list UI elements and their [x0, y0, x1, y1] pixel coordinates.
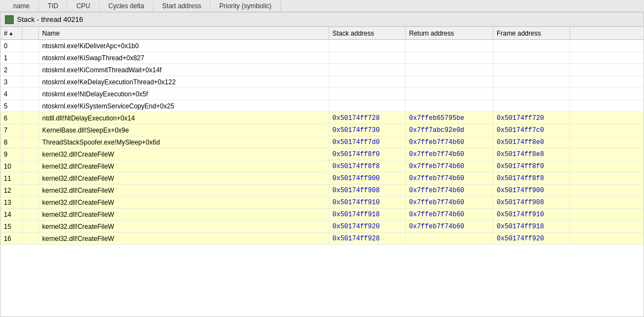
cell-flag [22, 160, 39, 172]
cell-num: 12 [1, 185, 22, 196]
cell-name: kernel32.dll!CreateFileW [39, 197, 329, 208]
cell-return-addr [406, 40, 493, 51]
cell-num: 10 [1, 160, 22, 172]
cell-return-addr: 0x7ffeb7f74b60 [406, 185, 493, 196]
cell-name: ntoskrnl.exe!NtDelayExecution+0x5f [39, 88, 329, 100]
cell-stack-addr: 0x50174ff918 [329, 209, 406, 220]
cell-num: 1 [1, 52, 22, 64]
cell-num: 9 [1, 148, 22, 160]
tab-name[interactable]: name [4, 1, 39, 11]
cell-stack-addr [329, 64, 406, 76]
cell-flag [22, 88, 39, 100]
cell-frame-addr: 0x50174ff7c0 [493, 124, 570, 136]
table-row[interactable]: 1ntoskrnl.exe!KiSwapThread+0x827 [1, 52, 643, 64]
table-row[interactable]: 14kernel32.dll!CreateFileW0x50174ff9180x… [1, 209, 643, 221]
table-row[interactable]: 7KernelBase.dll!SleepEx+0x9e0x50174ff730… [1, 124, 643, 136]
table-row[interactable]: 6ntdll.dll!NtDelayExecution+0x140x50174f… [1, 112, 643, 124]
col-header-num[interactable]: # ▲ [1, 27, 22, 39]
cell-stack-addr: 0x50174ff8f8 [329, 160, 406, 172]
cell-num: 13 [1, 197, 22, 208]
cell-flag [22, 112, 39, 124]
cell-flag [22, 172, 39, 184]
cell-flag [22, 64, 39, 76]
tab-cycles-delta[interactable]: Cycles delta [100, 1, 153, 11]
cell-num: 16 [1, 233, 22, 244]
table-row[interactable]: 10kernel32.dll!CreateFileW0x50174ff8f80x… [1, 160, 643, 172]
col-header-return-addr[interactable]: Return address [406, 27, 493, 39]
table-row[interactable]: 13kernel32.dll!CreateFileW0x50174ff9100x… [1, 197, 643, 209]
cell-return-addr [406, 52, 493, 64]
cell-return-addr [406, 64, 493, 76]
table-row[interactable]: 16kernel32.dll!CreateFileW0x50174ff9280x… [1, 233, 643, 245]
cell-num: 15 [1, 221, 22, 232]
tab-priority[interactable]: Priority (symbolic) [210, 1, 280, 11]
table-row[interactable]: 15kernel32.dll!CreateFileW0x50174ff9200x… [1, 221, 643, 233]
cell-frame-addr: 0x50174ff8e8 [493, 148, 570, 160]
table-row[interactable]: 9kernel32.dll!CreateFileW0x50174ff8f00x7… [1, 148, 643, 160]
cell-return-addr [406, 100, 493, 112]
cell-stack-addr: 0x50174ff900 [329, 172, 406, 184]
cell-stack-addr: 0x50174ff920 [329, 221, 406, 232]
cell-num: 3 [1, 76, 22, 88]
stack-body[interactable]: 0ntoskrnl.exe!KiDeliverApc+0x1b01ntoskrn… [1, 40, 643, 316]
col-header-name[interactable]: Name [39, 27, 329, 39]
col-header-flag[interactable] [22, 27, 39, 39]
cell-num: 7 [1, 124, 22, 136]
cell-stack-addr: 0x50174ff730 [329, 124, 406, 136]
table-row[interactable]: 4ntoskrnl.exe!NtDelayExecution+0x5f [1, 88, 643, 100]
stack-icon [5, 15, 14, 24]
table-row[interactable]: 12kernel32.dll!CreateFileW0x50174ff9080x… [1, 185, 643, 197]
cell-stack-addr [329, 88, 406, 100]
cell-frame-addr: 0x50174ff8f8 [493, 172, 570, 184]
cell-flag [22, 209, 39, 220]
col-header-frame-addr[interactable]: Frame address [493, 27, 570, 39]
table-row[interactable]: 3ntoskrnl.exe!KeDelayExecutionThread+0x1… [1, 76, 643, 88]
cell-num: 6 [1, 112, 22, 124]
stack-column-headers: # ▲ Name Stack address Return address Fr… [1, 27, 643, 40]
cell-stack-addr: 0x50174ff908 [329, 185, 406, 196]
stack-title-text: Stack - thread 40216 [17, 15, 83, 24]
cell-num: 14 [1, 209, 22, 220]
sort-asc-icon: ▲ [9, 31, 14, 36]
cell-frame-addr: 0x50174ff720 [493, 112, 570, 124]
cell-name: ntoskrnl.exe!KeDelayExecutionThread+0x12… [39, 76, 329, 88]
cell-return-addr: 0x7ffeb7f74b60 [406, 197, 493, 208]
cell-stack-addr: 0x50174ff910 [329, 197, 406, 208]
cell-name: ntdll.dll!NtDelayExecution+0x14 [39, 112, 329, 124]
cell-stack-addr: 0x50174ff7d0 [329, 136, 406, 148]
cell-stack-addr: 0x50174ff928 [329, 233, 406, 244]
cell-frame-addr: 0x50174ff918 [493, 221, 570, 232]
stack-panel: Stack - thread 40216 # ▲ Name Stack addr… [0, 12, 644, 317]
cell-return-addr [406, 76, 493, 88]
tab-start-address[interactable]: Start address [153, 1, 210, 11]
cell-return-addr: 0x7ff7abc92e0d [406, 124, 493, 136]
tab-cpu[interactable]: CPU [67, 1, 99, 11]
table-row[interactable]: 8ThreadStackSpoofer.exe!MySleep+0x6d0x50… [1, 136, 643, 148]
stack-title-bar: Stack - thread 40216 [1, 13, 643, 27]
cell-name: ntoskrnl.exe!KiDeliverApc+0x1b0 [39, 40, 329, 51]
cell-stack-addr [329, 100, 406, 112]
cell-stack-addr: 0x50174ff728 [329, 112, 406, 124]
cell-frame-addr [493, 100, 570, 112]
tab-tid[interactable]: TID [39, 1, 67, 11]
table-row[interactable]: 11kernel32.dll!CreateFileW0x50174ff9000x… [1, 172, 643, 185]
cell-name: ntoskrnl.exe!KiCommitThreadWait+0x14f [39, 64, 329, 76]
cell-flag [22, 76, 39, 88]
cell-return-addr: 0x7ffeb7f74b60 [406, 172, 493, 184]
cell-flag [22, 52, 39, 64]
cell-return-addr: 0x7ffeb7f74b60 [406, 209, 493, 220]
table-row[interactable]: 5ntoskrnl.exe!KiSystemServiceCopyEnd+0x2… [1, 100, 643, 112]
cell-stack-addr: 0x50174ff8f0 [329, 148, 406, 160]
cell-return-addr: 0x7ffeb7f74b60 [406, 160, 493, 172]
table-row[interactable]: 2ntoskrnl.exe!KiCommitThreadWait+0x14f [1, 64, 643, 76]
cell-return-addr [406, 233, 493, 244]
top-bar-tabs: name TID CPU Cycles delta Start address … [4, 1, 281, 11]
cell-frame-addr [493, 76, 570, 88]
cell-frame-addr: 0x50174ff8e0 [493, 136, 570, 148]
cell-num: 8 [1, 136, 22, 148]
table-row[interactable]: 0ntoskrnl.exe!KiDeliverApc+0x1b0 [1, 40, 643, 52]
cell-return-addr: 0x7ffeb65795be [406, 112, 493, 124]
cell-flag [22, 40, 39, 51]
cell-flag [22, 221, 39, 232]
col-header-stack-addr[interactable]: Stack address [329, 27, 406, 39]
